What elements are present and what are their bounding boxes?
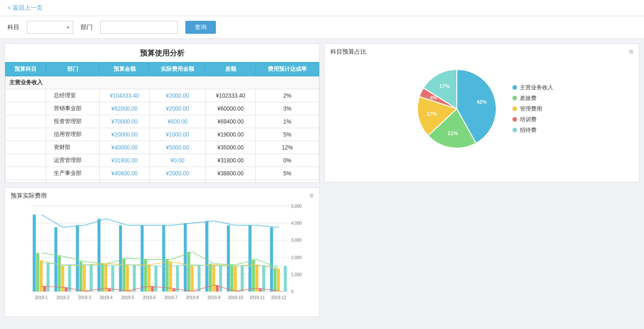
pie-label: 42% (476, 99, 486, 105)
legend-dot (512, 96, 517, 100)
col-actual: 实际费用金额 (150, 62, 205, 76)
dept-label: 部门 (81, 23, 93, 31)
pie-section: 科目预算占比 ≡ 42%21%17%4%17% 主营业务收入 差旅费 管理费用 … (324, 43, 639, 182)
col-budget: 预算金额 (99, 62, 150, 76)
table-title: 预算使用分析 (5, 44, 319, 62)
data-table: 预算科目 部门 预算金额 实际费用金额 差额 费用预计达成率 主营业务收入 总经… (5, 62, 319, 182)
right-panel: 科目预算占比 ≡ 42%21%17%4%17% 主营业务收入 差旅费 管理费用 … (324, 43, 639, 317)
subject-select-wrap[interactable]: ▼ (27, 21, 73, 34)
pie-chart-menu-icon[interactable]: ≡ (629, 48, 633, 56)
table-row: 总经理室 ¥104333.40 ¥2000.00 ¥102333.40 2% (6, 89, 319, 102)
pie-legend: 主营业务收入 差旅费 管理费用 培训费 招待费 (512, 84, 553, 134)
bar-chart-title-row: 预算实际费用 ≡ (5, 188, 319, 202)
bar-chart-section: 预算实际费用 ≡ (5, 187, 320, 317)
top-bar: < 返回上一页 (0, 0, 644, 16)
left-panel: 预算使用分析 预算科目 部门 预算金额 实际费用金额 差额 费用预计达成率 (5, 43, 320, 317)
category-row: 主营业务收入 (6, 76, 319, 89)
dept-input[interactable] (100, 21, 178, 34)
legend-item: 招待费 (512, 126, 553, 134)
legend-item: 主营业务收入 (512, 84, 553, 92)
main-content: 预算使用分析 预算科目 部门 预算金额 实际费用金额 差额 费用预计达成率 (0, 39, 644, 322)
table-section: 预算使用分析 预算科目 部门 预算金额 实际费用金额 差额 费用预计达成率 (5, 43, 320, 183)
bar-chart-menu-icon[interactable]: ≡ (309, 192, 314, 200)
table-row: 投资管理部 ¥70000.00 ¥600.00 ¥69400.00 1% (6, 115, 319, 128)
legend-label: 管理费用 (520, 105, 542, 113)
pie-label: 17% (439, 83, 449, 89)
col-rate: 费用预计达成率 (256, 62, 319, 76)
pie-title-row: 科目预算占比 ≡ (325, 44, 639, 58)
table-row: 营销事业部 ¥62000.00 ¥2000.00 ¥60000.00 3% (6, 102, 319, 115)
subject-select[interactable] (27, 21, 73, 34)
query-button[interactable]: 查询 (185, 21, 216, 34)
legend-dot (512, 128, 517, 132)
pie-label: 17% (427, 111, 437, 117)
table-row: 后勤保障部 ¥20000.00 ¥2480.00 ¥17520.00 12% (6, 180, 319, 183)
legend-label: 主营业务收入 (520, 84, 553, 92)
legend-dot (512, 85, 517, 90)
legend-label: 招待费 (520, 126, 537, 134)
pie-chart-svg: 42%21%17%4%17% (410, 62, 503, 155)
pie-chart-title: 科目预算占比 (330, 48, 366, 56)
scrollable-table[interactable]: 预算科目 部门 预算金额 实际费用金额 差额 费用预计达成率 主营业务收入 总经… (5, 62, 319, 182)
legend-item: 管理费用 (512, 105, 553, 113)
col-dept: 部门 (46, 62, 99, 76)
legend-item: 差旅费 (512, 94, 553, 102)
pie-label: 21% (448, 130, 458, 136)
pie-container: 42%21%17%4%17% 主营业务收入 差旅费 管理费用 培训费 招待费 (325, 58, 639, 160)
back-link[interactable]: < 返回上一页 (7, 4, 43, 11)
legend-dot (512, 106, 517, 111)
legend-label: 差旅费 (520, 94, 537, 102)
legend-dot (512, 117, 517, 122)
subject-label: 科目 (7, 23, 19, 31)
table-row: 信用管理部 ¥20000.00 ¥1000.00 ¥19000.00 5% (6, 128, 319, 141)
col-diff: 差额 (205, 62, 256, 76)
table-row: 资财部 ¥40000.00 ¥5000.00 ¥35000.00 12% (6, 141, 319, 154)
bar-chart-title: 预算实际费用 (11, 192, 47, 200)
table-row: 运营管理部 ¥31800.00 ¥0.00 ¥31800.00 0% (6, 154, 319, 167)
col-subject: 预算科目 (6, 62, 46, 76)
legend-item: 培训费 (512, 116, 553, 124)
table-row: 生产事业部 ¥40800.00 ¥2000.00 ¥38800.00 5% (6, 167, 319, 180)
legend-label: 培训费 (520, 116, 537, 124)
filter-bar: 科目 ▼ 部门 查询 (0, 16, 644, 39)
